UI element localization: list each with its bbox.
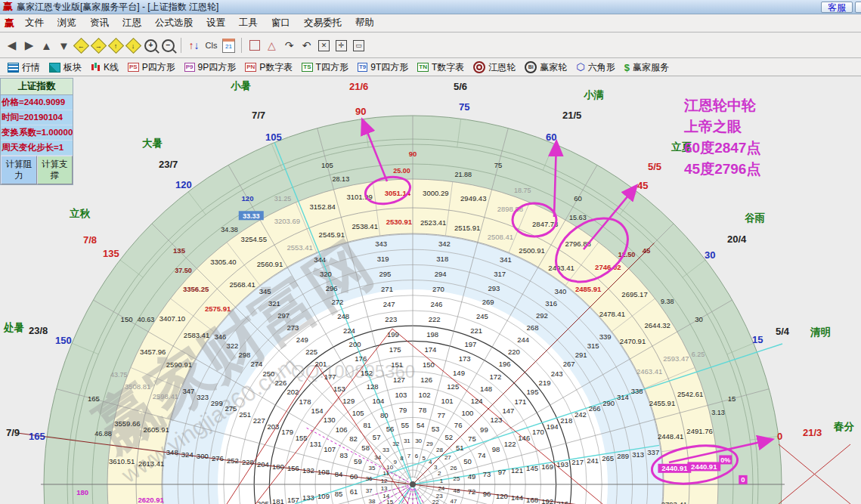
menu-item-5[interactable]: 设置	[200, 15, 232, 31]
svg-text:2523.41: 2523.41	[420, 218, 446, 227]
svg-text:73: 73	[483, 470, 491, 478]
svg-text:345: 345	[259, 287, 271, 295]
zoom-in-icon[interactable]: +	[143, 38, 159, 54]
up-icon[interactable]: ▲	[39, 38, 54, 54]
hexagon-button[interactable]: ⬡六角形	[571, 60, 619, 75]
t-number-table-button[interactable]: TNT数字表	[413, 60, 469, 75]
menu-item-9[interactable]: 帮助	[348, 15, 381, 31]
menu-bar: 赢 文件浏览资讯江恩公式选股设置工具窗口交易委托帮助	[0, 14, 861, 32]
svg-text:228: 228	[242, 458, 254, 466]
svg-text:25: 25	[453, 475, 460, 482]
menu-item-2[interactable]: 资讯	[83, 15, 116, 31]
winner-wheel-button[interactable]: Bi赢家轮	[520, 60, 571, 75]
svg-text:292: 292	[536, 311, 548, 320]
svg-text:2620.91: 2620.91	[138, 496, 164, 504]
svg-text:75: 75	[494, 161, 503, 169]
grid-box-icon[interactable]: ✕	[316, 38, 332, 54]
winner-service-button[interactable]: $赢家服务	[620, 60, 674, 75]
p-square-button[interactable]: PSP四方形	[123, 60, 180, 75]
svg-text:31.25: 31.25	[274, 195, 292, 203]
window-title: 赢家江恩专业版[赢家服务平台] - [上证指数 江恩轮]	[17, 1, 218, 14]
svg-text:165: 165	[88, 394, 100, 403]
svg-text:291: 291	[575, 351, 587, 359]
outer-label: 45	[637, 180, 648, 191]
svg-text:3254.55: 3254.55	[241, 235, 267, 243]
calendar-icon[interactable]: 21	[221, 38, 237, 54]
diamond-down-icon[interactable]: ↓	[125, 38, 141, 54]
center-cross-icon[interactable]: ✛	[333, 38, 349, 54]
quotes-grid-icon	[8, 63, 19, 73]
9p-square-button[interactable]: P99P四方形	[180, 60, 240, 75]
title-bar: 赢 赢家江恩专业版[赢家服务平台] - [上证指数 江恩轮] 客服	[0, 0, 861, 14]
quotes-button[interactable]: 行情	[3, 60, 45, 75]
svg-text:128: 128	[367, 382, 379, 391]
svg-text:43.75: 43.75	[110, 371, 128, 379]
9t-square-button[interactable]: T99T四方形	[353, 60, 413, 75]
kline-button[interactable]: K线	[86, 60, 123, 75]
svg-text:173: 173	[459, 354, 471, 363]
outer-label: 小暑	[230, 80, 251, 91]
zoom-out-icon[interactable]: −	[160, 38, 176, 54]
svg-text:225: 225	[305, 348, 317, 356]
outer-label: 90	[355, 106, 366, 117]
svg-text:35: 35	[369, 465, 376, 472]
svg-text:130: 130	[324, 416, 336, 424]
hexagon-icon: ⬡	[576, 63, 584, 72]
close-cls-button[interactable]: Cls	[203, 38, 219, 54]
svg-text:30: 30	[415, 438, 422, 444]
svg-text:151: 151	[391, 360, 403, 369]
menu-item-3[interactable]: 江恩	[116, 15, 148, 31]
menu-item-8[interactable]: 交易委托	[297, 15, 348, 31]
svg-text:144: 144	[511, 493, 523, 502]
outer-label: 23/7	[159, 159, 178, 170]
sectors-button[interactable]: 板块	[45, 60, 86, 75]
forward-icon[interactable]: ▶	[21, 38, 37, 54]
menu-item-4[interactable]: 公式选股	[148, 15, 200, 31]
svg-text:100: 100	[462, 409, 474, 417]
triangle-tool-icon[interactable]: △	[264, 38, 280, 54]
back-icon[interactable]: ◀	[4, 38, 20, 54]
diamond-left-icon[interactable]: ←	[73, 38, 89, 54]
svg-text:0: 0	[741, 475, 745, 484]
svg-text:99: 99	[480, 425, 488, 434]
svg-text:3152.84: 3152.84	[310, 203, 336, 211]
diamond-right-icon[interactable]: →	[91, 38, 107, 54]
svg-text:342: 342	[438, 240, 451, 248]
svg-text:15: 15	[386, 499, 393, 504]
svg-text:30: 30	[695, 315, 703, 323]
svg-text:2575.91: 2575.91	[205, 305, 231, 313]
rotate-cw-icon[interactable]: ↷	[281, 38, 297, 54]
outer-label: 150	[55, 335, 72, 346]
menu-item-7[interactable]: 窗口	[265, 15, 297, 31]
svg-text:180: 180	[76, 488, 88, 496]
rotate-ccw-icon[interactable]: ↶	[299, 38, 314, 54]
svg-text:243: 243	[551, 369, 563, 378]
down-icon[interactable]: ▼	[56, 38, 72, 54]
svg-text:148: 148	[480, 385, 492, 393]
partial-button[interactable]	[855, 2, 861, 13]
square-tool-icon[interactable]	[246, 38, 262, 54]
calc-support-button[interactable]: 计算支撑	[37, 156, 73, 184]
p-number-table-button[interactable]: PNP数字表	[240, 60, 297, 75]
index-name: 上证指数	[1, 79, 73, 95]
updown-arrows-icon[interactable]: ↑↓	[186, 38, 202, 54]
customer-service-button[interactable]: 客服	[821, 2, 853, 13]
menu-item-0[interactable]: 文件	[18, 15, 51, 31]
menu-item-6[interactable]: 工具	[232, 15, 265, 31]
svg-text:103: 103	[395, 391, 407, 399]
t-square-button[interactable]: TST四方形	[297, 60, 353, 75]
outer-label: 20/4	[727, 233, 747, 245]
svg-text:125: 125	[447, 382, 459, 391]
svg-text:3: 3	[434, 464, 438, 471]
svg-text:3610.51: 3610.51	[109, 457, 135, 465]
svg-text:90: 90	[409, 150, 417, 158]
svg-text:275: 275	[225, 404, 237, 413]
9t-square-button-icon: T9	[358, 63, 367, 72]
svg-text:105: 105	[352, 409, 364, 417]
diamond-up-icon[interactable]: ↑	[108, 38, 124, 54]
gann-wheel-button[interactable]: 江恩轮	[469, 60, 520, 75]
svg-text:2793.41: 2793.41	[661, 500, 687, 504]
calc-resistance-button[interactable]: 计算阻力	[1, 156, 37, 184]
menu-item-1[interactable]: 浏览	[51, 15, 83, 31]
screen-icon[interactable]: ▭	[351, 38, 367, 54]
